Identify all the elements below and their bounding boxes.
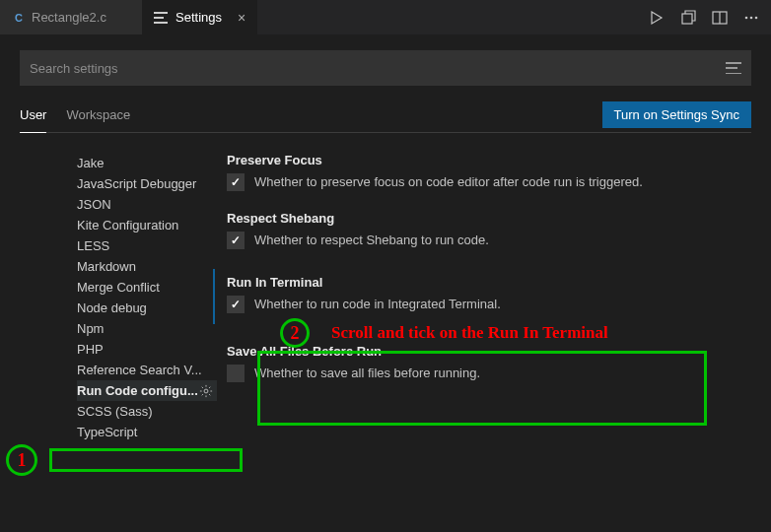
setting-title: Run In Terminal	[227, 275, 743, 290]
sidebar-item-reference-search-view[interactable]: Reference Search V...	[77, 360, 217, 380]
gear-icon[interactable]	[199, 384, 213, 398]
tab-label: Settings	[175, 10, 222, 25]
settings-tree: Jake JavaScript Debugger JSON Kite Confi…	[20, 153, 217, 442]
sidebar-item-label: Run Code configu...	[77, 383, 198, 398]
settings-editor: Preserve Focus Whether to preserve focus…	[217, 153, 751, 442]
setting-respect-shebang: Respect Shebang Whether to respect Sheba…	[227, 211, 743, 249]
sidebar-item-markdown[interactable]: Markdown	[77, 256, 217, 277]
setting-run-in-terminal: Run In Terminal Whether to run code in I…	[213, 269, 743, 323]
checkbox-preserve-focus[interactable]	[227, 173, 245, 191]
editor-toolbar	[649, 10, 771, 26]
sidebar-item-run-code-configuration[interactable]: Run Code configu...	[77, 380, 217, 401]
split-editor-icon[interactable]	[712, 10, 728, 26]
search-settings-box[interactable]	[20, 50, 751, 86]
scope-tab-workspace[interactable]: Workspace	[66, 101, 130, 132]
sidebar-item-node-debug[interactable]: Node debug	[77, 298, 217, 318]
setting-description: Whether to run code in Integrated Termin…	[254, 296, 501, 313]
checkbox-save-all-files-before-run[interactable]	[227, 365, 245, 382]
svg-point-5	[755, 16, 758, 19]
more-actions-icon[interactable]	[743, 10, 759, 26]
close-icon[interactable]: ×	[238, 10, 245, 26]
sidebar-item-kite-configuration[interactable]: Kite Configuration	[77, 215, 217, 235]
svg-point-6	[204, 389, 208, 393]
setting-description: Whether to respect Shebang to run code.	[254, 232, 489, 249]
sidebar-item-typescript[interactable]: TypeScript	[77, 422, 217, 442]
c-file-icon: C	[12, 11, 26, 25]
sidebar-item-merge-conflict[interactable]: Merge Conflict	[77, 277, 217, 298]
setting-title: Preserve Focus	[227, 153, 743, 167]
sidebar-item-less[interactable]: LESS	[77, 235, 217, 256]
filter-icon[interactable]	[726, 62, 741, 74]
tab-label: Rectangle2.c	[32, 10, 106, 25]
sidebar-item-php[interactable]: PHP	[77, 339, 217, 360]
setting-description: Whether to preserve focus on code editor…	[254, 173, 643, 191]
sidebar-item-scss-sass[interactable]: SCSS (Sass)	[77, 401, 217, 422]
sidebar-item-json[interactable]: JSON	[77, 194, 217, 215]
turn-on-settings-sync-button[interactable]: Turn on Settings Sync	[602, 101, 751, 128]
search-settings-input[interactable]	[30, 61, 726, 76]
scope-tab-user[interactable]: User	[20, 101, 46, 133]
svg-rect-0	[682, 14, 692, 24]
tab-rectangle2-c[interactable]: C Rectangle2.c ×	[0, 0, 142, 34]
annotation-step-1-box	[49, 448, 243, 472]
sidebar-item-javascript-debugger[interactable]: JavaScript Debugger	[77, 173, 217, 194]
setting-save-all-files-before-run: Save All Files Before Run Whether to sav…	[227, 344, 743, 382]
setting-title: Save All Files Before Run	[227, 344, 743, 359]
setting-title: Respect Shebang	[227, 211, 743, 226]
sidebar-item-jake[interactable]: Jake	[77, 153, 217, 173]
setting-description: Whether to save all files before running…	[254, 365, 480, 382]
setting-preserve-focus: Preserve Focus Whether to preserve focus…	[227, 153, 743, 191]
editor-tabbar: C Rectangle2.c × Settings ×	[0, 0, 771, 34]
sidebar-item-npm[interactable]: Npm	[77, 318, 217, 339]
run-icon[interactable]	[649, 10, 665, 26]
checkbox-respect-shebang[interactable]	[227, 232, 245, 249]
settings-icon	[154, 12, 170, 24]
annotation-step-1-marker: 1	[6, 444, 37, 476]
checkbox-run-in-terminal[interactable]	[227, 296, 245, 313]
svg-point-4	[750, 16, 753, 19]
open-changes-icon[interactable]	[680, 10, 696, 26]
svg-point-3	[745, 16, 748, 19]
scope-tabs-row: User Workspace Turn on Settings Sync	[20, 101, 751, 133]
tab-settings[interactable]: Settings ×	[142, 0, 257, 34]
